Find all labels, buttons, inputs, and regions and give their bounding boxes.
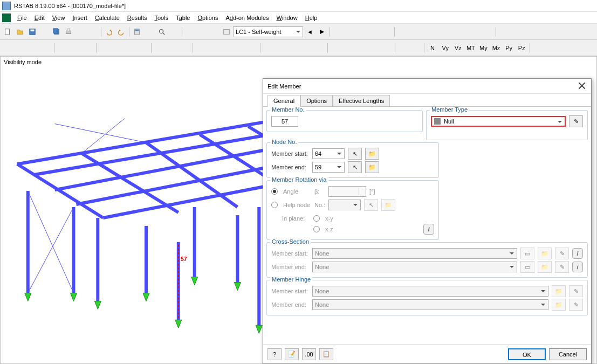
zoom-out-icon[interactable]: [288, 42, 300, 54]
lc-edit-icon[interactable]: [221, 26, 232, 38]
module-icon-18[interactable]: [559, 26, 571, 38]
cross-start-info-icon[interactable]: i: [572, 248, 583, 259]
result-mz-icon[interactable]: Mz: [490, 42, 502, 54]
new-node-start-button[interactable]: 📁: [365, 148, 379, 160]
table-icon[interactable]: [184, 26, 196, 38]
view-iso-icon[interactable]: [368, 42, 380, 54]
menu-tools[interactable]: Tools: [151, 13, 171, 22]
view-side-icon[interactable]: [355, 42, 367, 54]
cut-icon[interactable]: [332, 26, 344, 38]
module-icon-10[interactable]: [458, 26, 469, 38]
module-icon-13[interactable]: [498, 26, 510, 38]
view-icon-2[interactable]: [15, 42, 27, 54]
menu-window[interactable]: Window: [273, 13, 301, 22]
view-icon-6[interactable]: [70, 42, 81, 54]
new-file-icon[interactable]: [2, 26, 13, 38]
tab-general[interactable]: General: [267, 95, 300, 107]
result-pz-icon[interactable]: Pz: [516, 42, 527, 54]
pan-icon[interactable]: [301, 42, 313, 54]
result-vz-icon[interactable]: Vz: [452, 42, 464, 54]
zoom-extents-icon[interactable]: [156, 26, 167, 38]
view-icon-5[interactable]: [57, 42, 68, 54]
menu-insert[interactable]: Insert: [69, 13, 91, 22]
module-icon-11[interactable]: [470, 26, 482, 38]
view-top-icon[interactable]: [330, 42, 342, 54]
view-icon-18[interactable]: [234, 42, 245, 54]
module-icon-1[interactable]: [345, 26, 356, 38]
comment-button[interactable]: 📝: [285, 348, 299, 360]
radio-angle[interactable]: [271, 188, 278, 195]
tab-effective-lengths[interactable]: Effective Lengths: [333, 95, 390, 107]
open-file-icon[interactable]: [15, 26, 26, 38]
lc-next-icon[interactable]: ▶: [317, 26, 328, 38]
tool-icon[interactable]: [39, 26, 50, 38]
close-icon[interactable]: [577, 81, 587, 91]
redo-icon[interactable]: [116, 26, 127, 38]
ok-button[interactable]: OK: [508, 348, 546, 360]
toolbar-overflow-icon[interactable]: [584, 26, 595, 38]
view-icon-24[interactable]: [381, 42, 393, 54]
report-icon[interactable]: [87, 26, 99, 38]
tab-options[interactable]: Options: [300, 95, 333, 107]
result-my-icon[interactable]: My: [478, 42, 490, 54]
module-icon-5[interactable]: [397, 26, 408, 38]
rotate-icon[interactable]: [314, 42, 326, 54]
node-end-combo[interactable]: 59: [312, 162, 345, 173]
module-icon-17[interactable]: [547, 26, 559, 38]
copy-button[interactable]: 📋: [319, 348, 333, 360]
loadcase-combo[interactable]: LC1 - Self-weight: [233, 26, 303, 37]
module-icon-7[interactable]: [422, 26, 433, 38]
pick-node-start-button[interactable]: ↖: [348, 148, 362, 160]
calc-icon[interactable]: [132, 26, 143, 38]
module-icon-14[interactable]: [511, 26, 522, 38]
menu-results[interactable]: Results: [124, 13, 150, 22]
rotation-info-icon[interactable]: i: [423, 224, 434, 235]
view-icon-4[interactable]: [40, 42, 52, 54]
view-icon-1[interactable]: [2, 42, 14, 54]
units-button[interactable]: .00: [302, 348, 316, 360]
view-front-icon[interactable]: [343, 42, 355, 54]
view-icon-16[interactable]: [208, 42, 220, 54]
menu-calculate[interactable]: Calculate: [92, 13, 123, 22]
axis-icon[interactable]: [397, 42, 409, 54]
radio-helpnode[interactable]: [271, 202, 278, 208]
save-all-icon[interactable]: [51, 26, 63, 38]
view-icon-13[interactable]: [166, 42, 178, 54]
menu-view[interactable]: View: [49, 13, 68, 22]
axis-icon-2[interactable]: [410, 42, 422, 54]
module-icon-6[interactable]: [409, 26, 421, 38]
pick-node-end-button[interactable]: ↖: [348, 161, 362, 173]
module-icon-19[interactable]: [572, 26, 583, 38]
tool-icon-2[interactable]: [168, 26, 180, 38]
tool-icon-22[interactable]: [558, 42, 569, 54]
undo-icon[interactable]: [104, 26, 115, 38]
zoom-in-icon[interactable]: [276, 42, 287, 54]
result-vy-icon[interactable]: Vy: [440, 42, 451, 54]
menu-edit[interactable]: Edit: [31, 13, 48, 22]
print-preview-icon[interactable]: [76, 26, 87, 38]
cross-end-info-icon[interactable]: i: [572, 262, 583, 272]
module-icon-16[interactable]: [535, 26, 546, 38]
navigator-icon[interactable]: [196, 26, 208, 38]
menu-table[interactable]: Table: [173, 13, 193, 22]
menu-logo-icon[interactable]: [2, 13, 11, 22]
result-n-icon[interactable]: N: [427, 42, 438, 54]
view-icon-15[interactable]: [195, 42, 207, 54]
menu-options[interactable]: Options: [194, 13, 221, 22]
member-type-edit-button[interactable]: ✎: [569, 115, 583, 127]
tool-icon-20[interactable]: [532, 42, 544, 54]
tool-icon-23[interactable]: [571, 42, 582, 54]
tool-icon-21[interactable]: [545, 42, 557, 54]
cancel-button[interactable]: Cancel: [549, 348, 587, 360]
node-start-combo[interactable]: 64: [312, 148, 345, 159]
module-icon-8[interactable]: [434, 26, 445, 38]
member-no-field[interactable]: 57: [271, 116, 298, 127]
print-icon[interactable]: [63, 26, 74, 38]
view-icon-7[interactable]: [83, 42, 94, 54]
module-icon-2[interactable]: [357, 26, 368, 38]
member-type-combo[interactable]: Null: [431, 116, 566, 127]
view-icon-17[interactable]: [221, 42, 232, 54]
result-mt-icon[interactable]: MT: [465, 42, 477, 54]
layout-icon[interactable]: [209, 26, 220, 38]
module-icon-12[interactable]: [483, 26, 494, 38]
